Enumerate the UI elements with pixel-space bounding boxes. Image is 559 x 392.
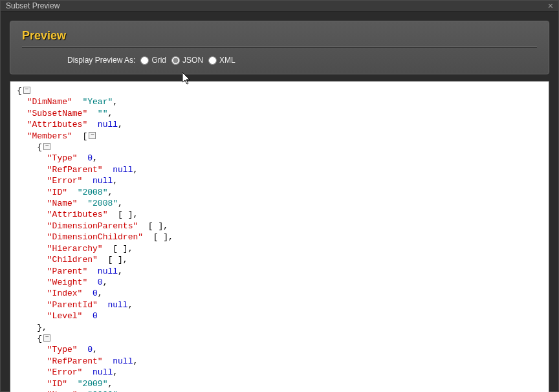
- collapse-toggle-icon[interactable]: −: [43, 143, 50, 150]
- radio-xml[interactable]: XML: [208, 56, 236, 65]
- collapse-toggle-icon[interactable]: −: [89, 132, 96, 139]
- dialog-title: Subset Preview: [6, 1, 60, 10]
- radio-json-input[interactable]: [171, 56, 180, 65]
- preview-title: Preview: [22, 29, 537, 43]
- json-preview[interactable]: {− "DimName" "Year", "SubsetName" "", "A…: [10, 82, 549, 392]
- radio-grid[interactable]: Grid: [140, 56, 166, 65]
- close-icon[interactable]: ×: [548, 1, 553, 11]
- radio-grid-label: Grid: [151, 56, 166, 65]
- radio-json-label: JSON: [182, 56, 203, 65]
- collapse-toggle-icon[interactable]: −: [23, 87, 30, 94]
- json-preview-container: {− "DimName" "Year", "SubsetName" "", "A…: [10, 81, 549, 392]
- titlebar: Subset Preview ×: [1, 1, 558, 12]
- radio-grid-input[interactable]: [140, 56, 149, 65]
- display-label: Display Preview As:: [67, 56, 135, 65]
- divider: [22, 47, 537, 48]
- radio-xml-input[interactable]: [208, 56, 217, 65]
- subset-preview-dialog: Subset Preview × Preview Display Preview…: [0, 0, 559, 392]
- display-mode-row: Display Preview As: Grid JSON XML: [22, 56, 537, 65]
- content: Preview Display Preview As: Grid JSON XM…: [1, 12, 558, 392]
- collapse-toggle-icon[interactable]: −: [43, 334, 50, 342]
- preview-header-card: Preview Display Preview As: Grid JSON XM…: [10, 21, 549, 74]
- radio-xml-label: XML: [219, 56, 236, 65]
- radio-json[interactable]: JSON: [171, 56, 203, 65]
